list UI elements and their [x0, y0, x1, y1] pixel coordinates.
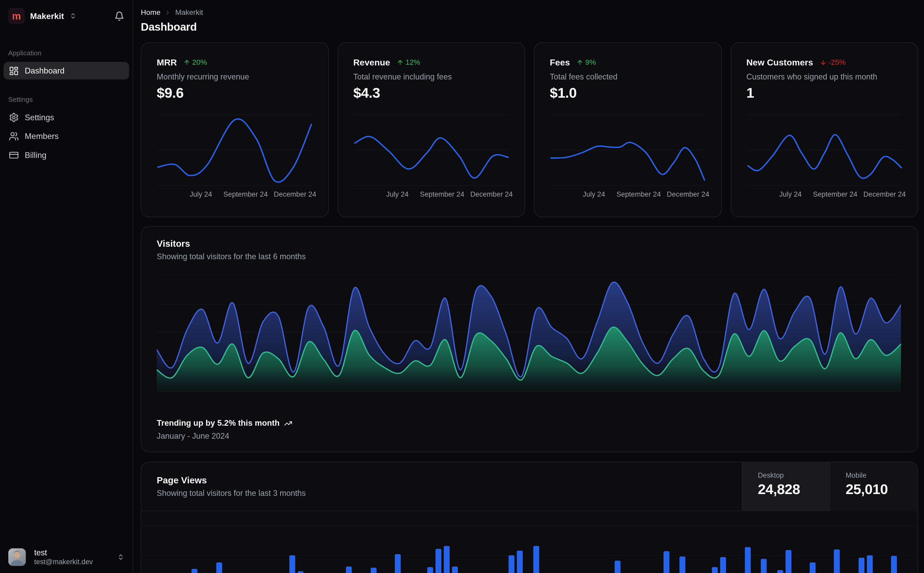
toggle-mobile[interactable]: Mobile 25,010: [830, 462, 918, 511]
sidebar-header: m Makerkit: [0, 0, 133, 32]
axis-tick-label: July 24: [583, 190, 605, 199]
page-views-subtitle: Showing total visitors for the last 3 mo…: [157, 489, 306, 498]
trend-value: 12%: [405, 58, 420, 66]
sidebar-item-dashboard[interactable]: Dashboard: [4, 62, 129, 80]
bar: [858, 558, 864, 573]
x-axis-ticks: July 24September 24December 24: [746, 190, 902, 199]
stat-value: 1: [746, 85, 754, 101]
arrow-up-icon: [397, 59, 404, 66]
bell-icon[interactable]: [115, 11, 124, 21]
bar: [761, 559, 767, 573]
breadcrumb: Home Makerkit: [141, 8, 918, 17]
trend-badge: 9%: [576, 58, 596, 66]
sparkline-chart: [353, 113, 509, 189]
user-menu[interactable]: test test@makerkit.dev: [0, 541, 133, 573]
trend-badge: 12%: [397, 58, 420, 66]
bar: [663, 551, 669, 573]
toggle-value: 25,010: [846, 481, 918, 498]
axis-tick-label: December 24: [667, 190, 709, 199]
sidebar-item-settings[interactable]: Settings: [4, 108, 129, 126]
trending-up-icon: [284, 419, 292, 427]
sidebar-item-label: Settings: [25, 113, 54, 122]
arrow-up-icon: [183, 59, 190, 66]
bar: [444, 546, 450, 573]
stat-description: Total revenue including fees: [353, 72, 513, 81]
workspace-name[interactable]: Makerkit: [30, 11, 64, 20]
stat-card-fees: Fees 9% Total fees collected $1.0 July 2…: [534, 42, 722, 217]
visitors-subtitle: Showing total visitors for the last 6 mo…: [157, 252, 306, 261]
bar: [745, 547, 751, 573]
credit-card-icon: [9, 150, 19, 160]
visitors-area-chart: [157, 272, 901, 392]
sparkline-chart: [157, 113, 313, 189]
axis-tick-label: July 24: [190, 190, 212, 199]
axis-tick-label: July 24: [779, 190, 802, 199]
toggle-desktop[interactable]: Desktop 24,828: [742, 462, 830, 511]
avatar: [8, 548, 26, 566]
trend-value: 20%: [192, 58, 207, 66]
visitors-card: Visitors Showing total visitors for the …: [141, 226, 918, 452]
trend-value: 9%: [585, 58, 596, 66]
gear-icon: [9, 112, 19, 122]
trend-badge: -25%: [819, 58, 846, 66]
nav-section-label: Settings: [4, 96, 129, 103]
bar: [777, 570, 783, 573]
users-icon: [9, 131, 19, 141]
makerkit-logo[interactable]: m: [8, 8, 25, 24]
stat-title: Revenue: [353, 57, 390, 67]
stat-value: $4.3: [353, 85, 380, 101]
sparkline-chart: [550, 113, 706, 189]
stat-card-revenue: Revenue 12% Total revenue including fees…: [337, 42, 525, 217]
bar: [297, 571, 303, 573]
stat-title: New Customers: [746, 57, 813, 67]
user-info: test test@makerkit.dev: [34, 548, 93, 566]
x-axis-ticks: July 24September 24December 24: [353, 190, 509, 199]
bar: [834, 550, 840, 573]
nav-section-label: Application: [4, 49, 129, 56]
axis-tick-label: September 24: [420, 190, 464, 199]
trend-value: -25%: [828, 58, 846, 66]
x-axis-ticks: July 24September 24December 24: [550, 190, 706, 199]
bar: [517, 551, 523, 573]
stat-title: Fees: [550, 57, 570, 67]
axis-tick-label: July 24: [386, 190, 409, 199]
stat-value: $1.0: [550, 85, 576, 101]
stat-description: Monthly recurring revenue: [157, 72, 316, 81]
arrow-up-icon: [576, 59, 584, 66]
bar: [436, 549, 442, 573]
user-name: test: [34, 548, 93, 557]
main-content: Home Makerkit Dashboard MRR 20% Monthly …: [133, 0, 924, 573]
bar: [680, 557, 686, 573]
layout-dashboard-icon: [9, 66, 19, 76]
app-window: m Makerkit Application Dashboard Setting…: [0, 0, 924, 573]
bar: [371, 568, 377, 573]
chevron-right-icon: [165, 9, 171, 16]
sidebar-item-members[interactable]: Members: [4, 127, 129, 145]
stat-card-mrr: MRR 20% Monthly recurring revenue $9.6 J…: [141, 42, 328, 217]
page-title: Dashboard: [141, 20, 918, 33]
breadcrumb-home-link[interactable]: Home: [141, 8, 161, 17]
bar: [615, 560, 620, 573]
chevrons-up-down-icon[interactable]: [69, 13, 77, 19]
visitors-title: Visitors: [157, 238, 190, 249]
device-toggles: Desktop 24,828 Mobile 25,010: [742, 462, 918, 511]
bar: [289, 555, 295, 573]
sidebar-item-label: Billing: [25, 150, 46, 159]
page-views-card: Page Views Showing total visitors for th…: [141, 462, 918, 573]
bar: [191, 569, 198, 573]
stat-description: Total fees collected: [550, 72, 709, 81]
trend-badge: 20%: [183, 58, 207, 66]
axis-tick-label: December 24: [470, 190, 513, 199]
user-email: test@makerkit.dev: [34, 558, 93, 566]
bar: [428, 567, 433, 573]
bar: [891, 556, 897, 573]
bar: [712, 567, 718, 573]
bar: [867, 555, 872, 573]
sidebar-nav: Application Dashboard Settings Settings …: [0, 32, 133, 165]
bar: [395, 554, 401, 573]
sparkline-chart: [746, 113, 902, 189]
bar: [720, 557, 726, 573]
sidebar-item-label: Members: [25, 132, 58, 141]
sidebar-item-billing[interactable]: Billing: [4, 146, 129, 164]
x-axis-ticks: July 24September 24December 24: [157, 190, 313, 199]
